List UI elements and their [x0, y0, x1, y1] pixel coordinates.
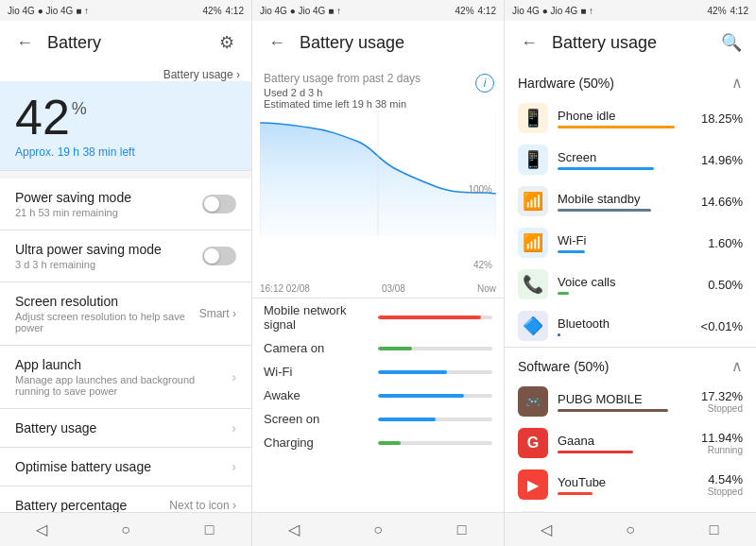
toggle-power-saving[interactable]	[202, 195, 236, 213]
panel-battery-detail: Jio 4G ● Jio 4G ■ ↑ 42% 4:12 ← Battery u…	[505, 0, 756, 546]
usage-row-camera: Camera on	[252, 336, 504, 360]
nav-recent-1[interactable]: □	[197, 517, 223, 543]
settings-list: Power saving mode 21 h 53 min remaining …	[0, 179, 251, 512]
battery-chart-svg	[260, 113, 496, 236]
sw-pct-gaana: 11.94%	[696, 431, 743, 445]
hw-row-mobile-standby[interactable]: 📶 Mobile standby 14.66%	[505, 180, 756, 222]
toggle-ultra-power[interactable]	[202, 247, 236, 265]
hw-row-voice[interactable]: 📞 Voice calls 0.50%	[505, 264, 756, 305]
software-chevron[interactable]: ∧	[731, 357, 743, 375]
status-left-1: Jio 4G ● Jio 4G ■ ↑	[8, 6, 89, 16]
battery-usage-link[interactable]: Battery usage ›	[0, 64, 251, 81]
setting-app-launch[interactable]: App launch Manage app launches and backg…	[0, 346, 251, 408]
setting-power-saving[interactable]: Power saving mode 21 h 53 min remaining	[0, 179, 251, 230]
chart-label-100: 100%	[468, 184, 492, 195]
hw-pct-bluetooth: <0.01%	[696, 319, 743, 333]
chart-labels: 16:12 02/08 03/08 Now	[252, 283, 504, 298]
usage-rows: Mobile network signal Camera on Wi-Fi Aw…	[252, 299, 504, 512]
setting-ultra-power[interactable]: Ultra power saving mode 3 d 3 h remainin…	[0, 230, 251, 282]
nav-bar-3: ◁ ○ □	[505, 512, 756, 546]
usage-row-charging: Charging	[252, 431, 504, 454]
youtube-icon: ▶	[518, 469, 548, 500]
nav-back-2[interactable]: ◁	[281, 517, 307, 543]
hw-bar-mobile-standby	[558, 209, 651, 212]
battery-chart: 100% 42%	[252, 113, 504, 283]
time-3: 4:12	[730, 6, 748, 16]
setting-screen-resolution[interactable]: Screen resolution Adjust screen resoluti…	[0, 282, 251, 345]
header-1: ← Battery ⚙	[0, 21, 251, 64]
panel2-title: Battery usage	[300, 33, 492, 53]
panel-battery-usage: Jio 4G ● Jio 4G ■ ↑ 42% 4:12 ← Battery u…	[252, 0, 505, 546]
hw-row-screen[interactable]: 📱 Screen 14.96%	[505, 139, 756, 180]
usage-label-charging: Charging	[264, 435, 378, 450]
screen-icon: 📱	[518, 145, 548, 175]
hw-pct-mobile-standby: 14.66%	[696, 195, 743, 209]
hw-pct-wifi: 1.60%	[696, 236, 743, 250]
status-left-2: Jio 4G ● Jio 4G ■ ↑	[260, 6, 341, 16]
search-icon[interactable]: 🔍	[718, 29, 745, 56]
hw-row-wifi[interactable]: 📶 Wi-Fi 1.60%	[505, 222, 756, 264]
nav-back-3[interactable]: ◁	[533, 517, 559, 543]
hw-row-phone-idle[interactable]: 📱 Phone idle 18.25%	[505, 97, 756, 139]
battery-number-large: 42	[15, 93, 70, 142]
wifi-icon: 📶	[518, 228, 548, 258]
nav-home-2[interactable]: ○	[365, 517, 391, 543]
sw-row-youtube[interactable]: ▶ YouTube 4.54% Stopped	[505, 464, 756, 505]
nav-recent-3[interactable]: □	[701, 517, 728, 543]
hardware-chevron[interactable]: ∧	[731, 74, 743, 92]
usage-bar-charging	[378, 441, 492, 445]
nav-home-3[interactable]: ○	[617, 517, 644, 543]
battery-status-1: 42%	[203, 6, 222, 16]
setting-optimise-battery[interactable]: Optimise battery usage ›	[0, 448, 251, 486]
setting-battery-percentage[interactable]: Battery percentage Next to icon ›	[0, 486, 251, 512]
usage-bar-screen-fill	[378, 418, 436, 421]
hw-pct-phone-idle: 18.25%	[696, 111, 743, 126]
sw-bar-pubg	[558, 409, 668, 412]
chart-label-start: 16:12 02/08	[260, 283, 310, 294]
battery-symbol: %	[72, 100, 87, 117]
setting-battery-usage[interactable]: Battery usage ›	[0, 409, 251, 447]
setting-sub-power-saving: 21 h 53 min remaining	[15, 207, 202, 218]
chart-line1: Used 2 d 3 h	[264, 87, 492, 98]
battery-percentage: 42 %	[15, 93, 236, 142]
sw-name-youtube: YouTube	[558, 475, 696, 489]
phone-idle-icon: 📱	[518, 103, 548, 133]
sw-row-gaana[interactable]: G Gaana 11.94% Running	[505, 422, 756, 464]
nav-bar-2: ◁ ○ □	[252, 512, 504, 546]
back-button-3[interactable]: ←	[516, 29, 542, 56]
settings-icon[interactable]: ⚙	[214, 29, 240, 56]
mobile-standby-icon: 📶	[518, 186, 548, 216]
status-bar-2: Jio 4G ● Jio 4G ■ ↑ 42% 4:12	[252, 0, 504, 21]
usage-row-screen: Screen on	[252, 407, 504, 431]
usage-bar-awake-fill	[378, 394, 464, 398]
back-button-1[interactable]: ←	[11, 29, 38, 56]
sw-row-play[interactable]: ▷ Google Play Store 2.80% Running	[505, 505, 756, 512]
sw-row-pubg[interactable]: 🎮 PUBG MOBILE 17.32% Stopped	[505, 381, 756, 422]
nav-back-1[interactable]: ◁	[28, 517, 55, 543]
detail-scroll: Hardware (50%) ∧ 📱 Phone idle 18.25% 📱 S…	[505, 64, 756, 512]
status-bar-3: Jio 4G ● Jio 4G ■ ↑ 42% 4:12	[505, 0, 756, 21]
setting-value-battery-pct: Next to icon ›	[169, 499, 236, 512]
nav-recent-2[interactable]: □	[449, 517, 475, 543]
status-right-1: 42% 4:12	[203, 6, 244, 16]
back-button-2[interactable]: ←	[264, 29, 290, 56]
hw-name-voice: Voice calls	[558, 275, 696, 289]
nav-home-1[interactable]: ○	[112, 517, 139, 543]
hardware-title: Hardware (50%)	[518, 76, 614, 91]
hw-bar-bluetooth	[558, 333, 560, 336]
sw-pct-pubg: 17.32%	[696, 389, 743, 403]
chevron-optimise: ›	[232, 459, 236, 474]
voice-calls-icon: 📞	[518, 269, 548, 299]
usage-label-camera: Camera on	[264, 341, 378, 355]
info-icon[interactable]: i	[475, 74, 494, 93]
gaana-icon: G	[518, 428, 548, 458]
usage-bar-wifi	[378, 370, 492, 374]
hw-bar-wifi	[558, 250, 585, 253]
time-1: 4:12	[226, 6, 244, 16]
hw-row-bluetooth[interactable]: 🔷 Bluetooth <0.01%	[505, 305, 756, 347]
setting-name-ultra: Ultra power saving mode	[15, 242, 202, 257]
chart-label: Battery usage from past 2 days	[264, 72, 492, 85]
usage-bar-camera	[378, 347, 492, 350]
usage-bar-mobile	[378, 316, 492, 319]
setting-sub-resolution: Adjust screen resolution to help save po…	[15, 311, 199, 333]
